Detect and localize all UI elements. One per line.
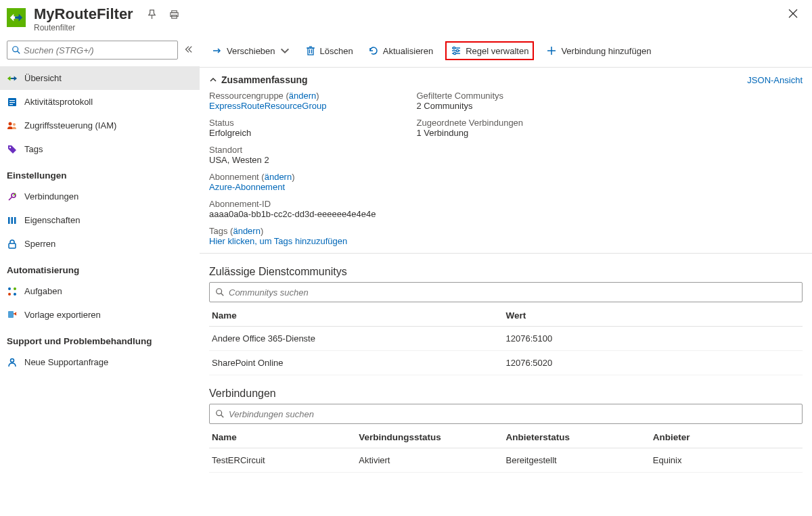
cell-value: 12076:5100 xyxy=(506,333,800,344)
pin-icon[interactable] xyxy=(147,9,157,22)
connections-search[interactable] xyxy=(209,404,803,424)
table-header-name[interactable]: Name xyxy=(212,310,506,321)
close-button[interactable] xyxy=(788,8,798,21)
sidebar-item-label: Eigenschaften xyxy=(24,215,80,225)
communities-section: Zulässige Dienstcommunitys Name Wert And… xyxy=(200,254,812,375)
sidebar-item-overview[interactable]: Übersicht xyxy=(0,66,200,90)
sidebar-item-new-support-request[interactable]: Neue Supportanfrage xyxy=(0,350,200,374)
table-row[interactable]: Andere Office 365-Dienste 12076:5100 xyxy=(209,327,803,351)
table-row[interactable]: TestERCircuit Aktiviert Bereitgestellt E… xyxy=(209,448,803,473)
label-filtered-communities: Gefilterte Communitys xyxy=(417,91,524,101)
label-subscription-id: Abonnement-ID xyxy=(209,199,376,209)
add-connection-label: Verbindung hinzufügen xyxy=(561,46,651,56)
sidebar-item-label: Vorlage exportieren xyxy=(24,310,101,320)
svg-line-46 xyxy=(221,415,224,418)
table-row[interactable]: SharePoint Online 12076:5020 xyxy=(209,351,803,375)
lock-icon xyxy=(7,239,18,250)
print-icon[interactable] xyxy=(169,9,179,22)
sidebar-item-properties[interactable]: Eigenschaften xyxy=(0,208,200,232)
svg-marker-10 xyxy=(11,76,17,80)
table-header-name[interactable]: Name xyxy=(212,432,359,442)
svg-rect-12 xyxy=(9,100,15,101)
svg-line-8 xyxy=(18,51,20,54)
label-status: Status xyxy=(209,118,376,128)
sidebar-item-connections[interactable]: Verbindungen xyxy=(0,185,200,208)
move-label: Verschieben xyxy=(227,46,275,56)
sidebar-item-tasks[interactable]: Aufgaben xyxy=(0,279,200,303)
change-rg-link[interactable]: ändern xyxy=(289,91,316,101)
communities-search-input[interactable] xyxy=(229,287,796,298)
resource-type-icon xyxy=(7,8,26,27)
value-subscription[interactable]: Azure-Abonnement xyxy=(209,182,285,192)
refresh-label: Aktualisieren xyxy=(383,46,433,56)
table-header-value[interactable]: Wert xyxy=(506,310,800,321)
command-bar: Verschieben Löschen Aktualisieren Regel … xyxy=(200,41,812,68)
support-icon xyxy=(7,357,18,368)
sidebar-item-label: Tags xyxy=(24,144,43,154)
label-associated-connections: Zugeordnete Verbindungen xyxy=(417,118,524,128)
cell-value: 12076:5020 xyxy=(506,358,800,368)
sidebar: Übersicht Aktivitätsprotokoll Zugriffsst… xyxy=(0,34,200,473)
communities-title: Zulässige Dienstcommunitys xyxy=(209,260,803,282)
cell-provider: Equinix xyxy=(653,455,800,465)
sidebar-item-label: Verbindungen xyxy=(24,191,78,202)
refresh-button[interactable]: Aktualisieren xyxy=(365,44,436,57)
add-connection-button[interactable]: Verbindung hinzufügen xyxy=(543,44,654,57)
sidebar-item-label: Neue Supportanfrage xyxy=(24,357,108,367)
svg-point-7 xyxy=(13,47,18,52)
svg-point-45 xyxy=(217,411,222,416)
sidebar-section-support: Support und Problembehandlung xyxy=(0,327,200,350)
summary-panel: Zusammenfassung JSON-Ansicht Ressourceng… xyxy=(200,68,812,254)
change-tags-link[interactable]: ändern xyxy=(233,226,260,236)
svg-point-17 xyxy=(9,146,11,147)
chevron-up-icon[interactable] xyxy=(209,76,217,84)
cell-name: SharePoint Online xyxy=(212,358,506,368)
sidebar-item-activity-log[interactable]: Aktivitätsprotokoll xyxy=(0,90,200,114)
sidebar-item-locks[interactable]: Sperren xyxy=(0,232,200,256)
cell-provider-status: Bereitgestellt xyxy=(506,455,653,465)
svg-point-43 xyxy=(217,289,222,294)
value-status: Erfolgreich xyxy=(209,128,376,138)
sidebar-item-iam[interactable]: Zugriffssteuerung (IAM) xyxy=(0,114,200,137)
svg-point-24 xyxy=(14,287,16,290)
add-tags-link[interactable]: Hier klicken, um Tags hinzuzufügen xyxy=(209,236,347,246)
table-header-conn-status[interactable]: Verbindungsstatus xyxy=(359,432,505,442)
sidebar-section-settings: Einstellungen xyxy=(0,161,200,185)
value-resource-group[interactable]: ExpressRouteResourceGroup xyxy=(209,101,326,111)
properties-icon xyxy=(7,215,18,226)
change-subscription-link[interactable]: ändern xyxy=(265,172,292,182)
svg-point-39 xyxy=(457,49,459,51)
sidebar-item-label: Aktivitätsprotokoll xyxy=(24,97,93,107)
sidebar-item-tags[interactable]: Tags xyxy=(0,137,200,161)
sidebar-item-export-template[interactable]: Vorlage exportieren xyxy=(0,303,200,327)
connections-search-input[interactable] xyxy=(229,409,796,419)
page-subtitle: Routenfilter xyxy=(34,23,133,32)
summary-right-column: Gefilterte Communitys 2 Communitys Zugeo… xyxy=(417,91,524,246)
communities-table: Name Wert Andere Office 365-Dienste 1207… xyxy=(209,305,803,375)
value-location: USA, Westen 2 xyxy=(209,155,376,165)
table-header-provider-status[interactable]: Anbieterstatus xyxy=(506,432,653,442)
communities-search[interactable] xyxy=(209,282,803,302)
table-header-provider[interactable]: Anbieter xyxy=(653,432,800,442)
main-content: Verschieben Löschen Aktualisieren Regel … xyxy=(200,34,812,473)
sidebar-search-input[interactable] xyxy=(24,45,173,55)
svg-rect-22 xyxy=(9,243,16,248)
manage-rule-button[interactable]: Regel verwalten xyxy=(445,41,534,60)
connections-section: Verbindungen Name Verbindungsstatus Anbi… xyxy=(200,375,812,473)
svg-rect-14 xyxy=(9,104,13,105)
svg-point-23 xyxy=(8,287,11,290)
json-view-link[interactable]: JSON-Ansicht xyxy=(747,75,803,85)
sidebar-item-label: Übersicht xyxy=(24,73,62,83)
sidebar-item-label: Zugriffssteuerung (IAM) xyxy=(24,120,116,131)
svg-point-38 xyxy=(453,47,455,49)
move-button[interactable]: Verschieben xyxy=(209,44,293,57)
svg-rect-13 xyxy=(9,102,15,103)
tags-icon xyxy=(7,144,18,155)
collapse-sidebar-icon[interactable] xyxy=(183,45,193,56)
export-template-icon xyxy=(7,310,18,321)
svg-point-16 xyxy=(13,123,16,126)
label-resource-group: Ressourcengruppe (ändern) xyxy=(209,91,319,101)
delete-button[interactable]: Löschen xyxy=(302,44,356,57)
sidebar-search[interactable] xyxy=(7,41,178,60)
overview-icon xyxy=(7,73,18,84)
